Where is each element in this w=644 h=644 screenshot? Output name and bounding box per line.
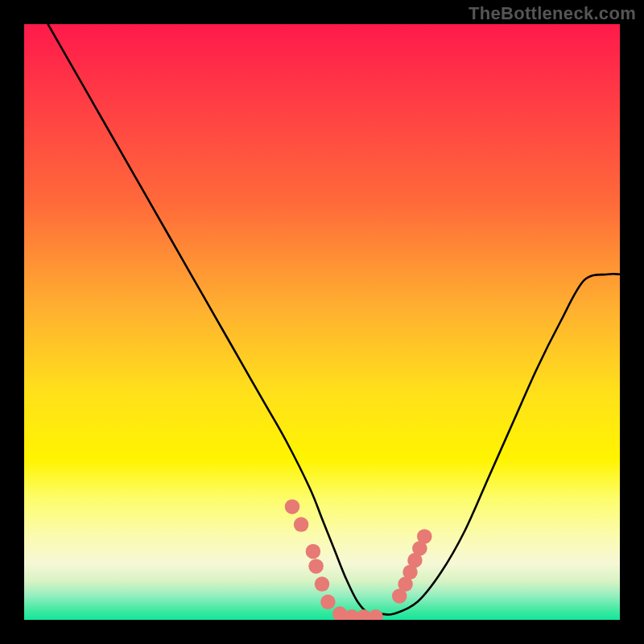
marker-dot bbox=[308, 559, 324, 574]
marker-dot bbox=[306, 544, 321, 559]
marker-dot bbox=[294, 517, 309, 532]
chart-frame: { "watermark": "TheBottleneck.com", "col… bbox=[0, 0, 644, 644]
bottleneck-curve bbox=[48, 24, 620, 615]
marker-dot bbox=[285, 499, 300, 514]
marker-dot bbox=[320, 595, 336, 610]
plot-area bbox=[24, 24, 620, 620]
watermark-text: TheBottleneck.com bbox=[469, 3, 636, 24]
curve-layer bbox=[24, 24, 620, 620]
marker-dot bbox=[315, 576, 330, 592]
marker-dot bbox=[417, 529, 432, 544]
marker-dot bbox=[368, 609, 383, 620]
